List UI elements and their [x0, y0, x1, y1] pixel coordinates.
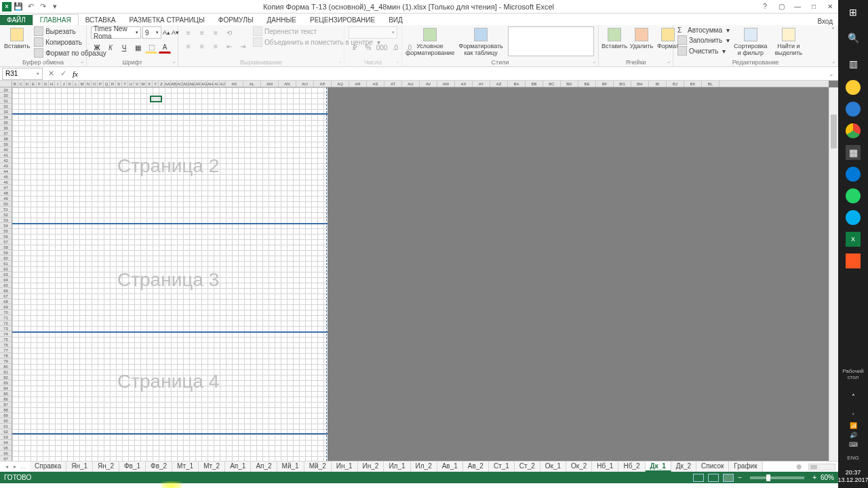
row-header[interactable]: 75 — [0, 337, 12, 342]
maximize-icon[interactable]: □ — [806, 0, 822, 14]
column-header[interactable]: V — [134, 81, 140, 87]
column-header[interactable]: W — [140, 81, 146, 87]
row-header[interactable]: 76 — [0, 342, 12, 348]
sheet-tab[interactable]: Фв_2 — [146, 462, 172, 472]
tab-nav-menu-icon[interactable]: … — [19, 464, 27, 470]
select-all-triangle[interactable] — [0, 81, 12, 87]
column-header[interactable]: BA — [508, 81, 526, 87]
column-header[interactable]: AB — [171, 81, 177, 87]
insert-cells-button[interactable]: Вставить — [603, 26, 626, 49]
sheet-tab[interactable]: Нб_2 — [618, 462, 645, 472]
row-header[interactable]: 32 — [0, 104, 12, 109]
sheet-tab[interactable]: Фв_1 — [119, 462, 146, 472]
network-icon[interactable]: 📶 — [850, 422, 857, 429]
font-name-select[interactable]: Times New Roma▾ — [91, 26, 141, 39]
column-headers[interactable]: BCDEFGHIJKLMNOPQRSTUVWXYZAAABACADAEAFAGA… — [12, 81, 829, 87]
sheet-tab[interactable]: Мт_1 — [172, 462, 199, 472]
column-header[interactable]: BF — [596, 81, 614, 87]
row-header[interactable]: 87 — [0, 402, 12, 407]
row-header[interactable]: 84 — [0, 386, 12, 391]
sheet-tab[interactable]: Ин_2 — [358, 462, 384, 472]
row-header[interactable]: 43 — [0, 163, 12, 169]
row-header[interactable]: 96 — [0, 451, 12, 456]
zoom-out-icon[interactable]: − — [738, 474, 742, 481]
row-header[interactable]: 30 — [0, 93, 12, 98]
sheet-tab[interactable]: Ав_1 — [437, 462, 463, 472]
row-header[interactable]: 95 — [0, 445, 12, 451]
sheet-tab[interactable]: Ил_1 — [384, 462, 410, 472]
fill-button[interactable]: Заполнить ▾ — [677, 35, 730, 45]
row-header[interactable]: 49 — [0, 196, 12, 201]
row-header[interactable]: 41 — [0, 152, 12, 158]
column-header[interactable]: AZ — [490, 81, 508, 87]
column-header[interactable]: B — [12, 81, 18, 87]
row-header[interactable]: 54 — [0, 223, 12, 228]
row-header[interactable]: 66 — [0, 288, 12, 293]
row-header[interactable]: 63 — [0, 272, 12, 277]
app-orange-icon[interactable] — [846, 253, 861, 268]
paste-button[interactable]: Вставить — [4, 26, 30, 49]
tab-view[interactable]: ВИД — [382, 15, 410, 25]
column-header[interactable]: AA — [165, 81, 171, 87]
row-header[interactable]: 57 — [0, 239, 12, 245]
italic-button[interactable]: К — [104, 41, 117, 54]
minimize-icon[interactable]: — — [789, 0, 806, 14]
row-header[interactable]: 61 — [0, 261, 12, 266]
row-header[interactable]: 53 — [0, 218, 12, 223]
column-header[interactable]: BL — [702, 81, 719, 87]
align-top-icon[interactable]: ≡ — [182, 26, 195, 39]
save-icon[interactable]: 💾 — [13, 1, 24, 12]
column-header[interactable]: AV — [420, 81, 437, 87]
column-header[interactable]: AD — [183, 81, 189, 87]
cancel-formula-icon[interactable]: ✕ — [45, 69, 57, 78]
indent-inc-icon[interactable]: ⇥ — [237, 40, 249, 52]
row-header[interactable]: 78 — [0, 353, 12, 359]
sheet-tab[interactable]: Справка — [30, 462, 66, 472]
column-header[interactable]: S — [116, 81, 122, 87]
sheet-tab[interactable]: Ав_2 — [463, 462, 489, 472]
column-header[interactable]: J — [61, 81, 67, 87]
row-header[interactable]: 77 — [0, 348, 12, 353]
delete-cells-button[interactable]: Удалить — [630, 26, 653, 49]
column-header[interactable]: BD — [561, 81, 578, 87]
chrome-icon[interactable] — [846, 123, 861, 138]
column-header[interactable]: F — [37, 81, 43, 87]
column-header[interactable]: D — [24, 81, 31, 87]
row-header[interactable]: 69 — [0, 304, 12, 310]
row-header[interactable]: 59 — [0, 250, 12, 256]
column-header[interactable]: BC — [543, 81, 561, 87]
cells-canvas[interactable]: Страница 2 Страница 3 Страница 4 — [12, 87, 328, 461]
system-tray[interactable]: ˂ 📶 🔊 ⌨ — [849, 413, 858, 448]
percent-icon[interactable]: % — [362, 41, 374, 54]
row-header[interactable]: 79 — [0, 359, 12, 364]
indent-dec-icon[interactable]: ⇤ — [223, 40, 235, 52]
tab-review[interactable]: РЕЦЕНЗИРОВАНИЕ — [303, 15, 382, 25]
column-header[interactable]: BI — [649, 81, 667, 87]
sheet-tab[interactable]: Ст_2 — [515, 462, 540, 472]
horizontal-scrollbar[interactable] — [808, 464, 835, 470]
row-header[interactable]: 64 — [0, 277, 12, 283]
column-header[interactable]: AP — [314, 81, 332, 87]
orientation-icon[interactable]: ⟲ — [223, 26, 235, 39]
column-header[interactable]: AS — [367, 81, 384, 87]
column-header[interactable]: E — [31, 81, 37, 87]
row-header[interactable]: 35 — [0, 120, 12, 125]
tab-nav-prev-icon[interactable]: ▸ — [11, 464, 19, 470]
align-center-icon[interactable]: ≡ — [196, 40, 208, 52]
scrollbar-thumb[interactable] — [831, 115, 837, 148]
align-bottom-icon[interactable]: ≡ — [210, 26, 222, 39]
row-header[interactable]: 89 — [0, 413, 12, 418]
row-header[interactable]: 67 — [0, 293, 12, 299]
column-header[interactable]: AL — [243, 81, 261, 87]
row-headers[interactable]: 2930313233343536373839404142434445464748… — [0, 87, 12, 461]
desktop-label[interactable]: Рабочий стол — [838, 368, 868, 380]
sheet-tab[interactable]: Мй_1 — [277, 462, 304, 472]
column-header[interactable]: P — [98, 81, 104, 87]
row-header[interactable]: 97 — [0, 456, 12, 461]
row-header[interactable]: 94 — [0, 440, 12, 445]
format-as-table-button[interactable]: Форматировать как таблицу — [458, 26, 504, 56]
tab-insert[interactable]: ВСТАВКА — [79, 15, 123, 25]
zoom-slider[interactable] — [750, 476, 804, 479]
page-break-view-icon[interactable] — [723, 474, 734, 482]
start-icon[interactable]: ⊞ — [844, 3, 863, 22]
